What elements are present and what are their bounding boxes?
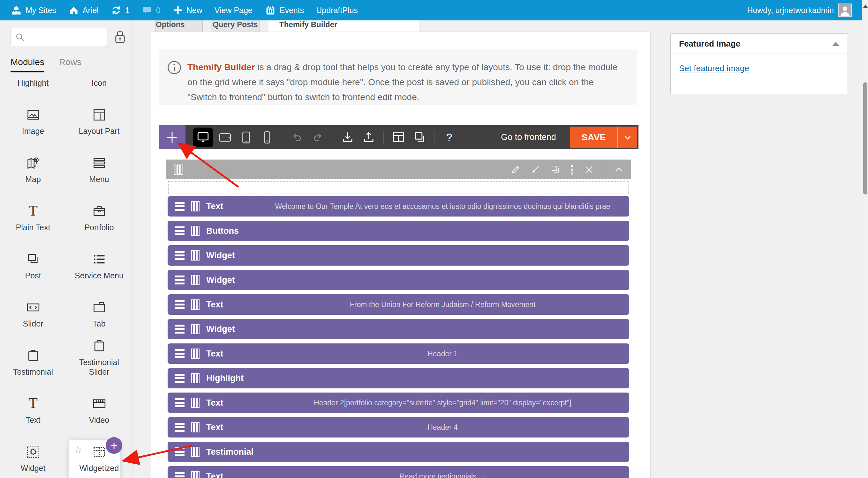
builder-row-widget[interactable]: Widget [167, 270, 629, 290]
add-row-button[interactable] [159, 125, 185, 149]
set-featured-image-link[interactable]: Set featured image [679, 64, 749, 73]
redo-button[interactable] [309, 128, 327, 147]
image-icon [26, 108, 40, 122]
admin-bar-comments[interactable]: 0 [136, 0, 167, 21]
builder-row-widget[interactable]: Widget [167, 319, 629, 339]
mobile-view-button[interactable] [258, 128, 276, 147]
module-plain-text[interactable]: T Plain Text [0, 185, 66, 233]
page-scrollbar[interactable] [862, 0, 868, 478]
row-style-icon[interactable] [530, 165, 540, 175]
module-map[interactable]: Map [0, 137, 66, 185]
builder-row-text[interactable]: Text Read more testimonials → [167, 466, 629, 478]
comment-count: 0 [156, 6, 161, 15]
save-dropdown-button[interactable] [617, 127, 637, 148]
admin-bar-updraftplus[interactable]: UpdraftPlus [310, 0, 364, 21]
admin-bar-events[interactable]: Events [258, 0, 310, 21]
module-layout-part[interactable]: Layout Part [66, 89, 132, 137]
undo-button[interactable] [288, 128, 306, 147]
row-type: Text [206, 398, 257, 408]
module-testimonial-slider[interactable]: Testimonial Slider [66, 330, 132, 378]
drag-handle-icon[interactable] [175, 472, 185, 478]
save-button[interactable]: SAVE [570, 127, 637, 148]
row-header[interactable] [166, 160, 631, 179]
import-button[interactable] [339, 128, 356, 147]
home-icon [68, 5, 79, 15]
row-more-options-icon[interactable] [570, 164, 574, 175]
desktop-view-button[interactable] [193, 128, 213, 147]
module-video[interactable]: Video [66, 378, 132, 426]
builder-row-highlight[interactable]: Highlight [167, 368, 629, 388]
save-label[interactable]: SAVE [570, 127, 617, 148]
columns-icon [191, 372, 200, 384]
layout-button[interactable] [390, 128, 407, 147]
collapse-triangle-icon[interactable] [832, 42, 839, 46]
builder-row-text[interactable]: Text Welcome to Our Temple At vero eos e… [167, 196, 629, 216]
plus-icon [173, 5, 183, 15]
module-label: Post [6, 271, 60, 281]
builder-row-text[interactable]: Text Header 2[portfolio category="subtit… [167, 392, 629, 413]
admin-bar-account[interactable]: Howdy, urjnetworkadmin [747, 3, 854, 17]
drag-handle-icon[interactable] [175, 398, 185, 407]
drag-handle-icon[interactable] [175, 325, 185, 334]
tablet-portrait-view-button[interactable] [237, 128, 255, 147]
row-type: Buttons [206, 226, 257, 236]
module-highlight[interactable]: Highlight [0, 40, 66, 89]
drag-handle-icon[interactable] [175, 423, 185, 432]
drag-handle-icon[interactable] [175, 374, 185, 383]
module-menu[interactable]: Menu [66, 137, 132, 185]
drag-handle-icon[interactable] [175, 349, 185, 358]
module-post[interactable]: Post [0, 233, 66, 281]
row-type: Text [206, 472, 257, 478]
drag-handle-icon[interactable] [175, 447, 185, 456]
module-service-menu[interactable]: Service Menu [66, 233, 132, 281]
drag-handle-icon[interactable] [175, 227, 185, 235]
module-testimonial[interactable]: Testimonial [0, 330, 66, 378]
drag-handle-icon[interactable] [175, 251, 185, 260]
admin-bar-new[interactable]: New [167, 0, 209, 21]
module-tab[interactable]: Tab [66, 281, 132, 330]
admin-bar-my-sites[interactable]: My Sites [4, 0, 62, 21]
drag-handle-icon[interactable] [175, 275, 185, 284]
tab-themify-builder[interactable]: Themify Builder [269, 19, 419, 32]
builder-info-box: Themify Builder is a drag & drop tool th… [159, 49, 637, 105]
module-slider[interactable]: Slider [0, 281, 66, 330]
tablet-landscape-view-button[interactable] [216, 128, 234, 147]
builder-row-buttons[interactable]: Buttons [167, 221, 629, 241]
featured-image-header[interactable]: Featured Image [671, 34, 847, 54]
module-portfolio[interactable]: Portfolio [66, 185, 132, 233]
admin-bar-updates[interactable]: 1 [105, 0, 136, 21]
builder-row-widget[interactable]: Widget [167, 245, 629, 266]
drop-module-zone[interactable] [168, 181, 628, 194]
builder-row-text[interactable]: Text From the Union For Reform Judaism /… [167, 294, 629, 315]
post-icon [26, 252, 40, 266]
info-icon [167, 60, 182, 75]
go-to-frontend-button[interactable]: Go to frontend [501, 132, 570, 142]
admin-bar-view-page[interactable]: View Page [209, 0, 258, 21]
row-duplicate-icon[interactable] [550, 165, 560, 175]
builder-row-text[interactable]: Text Header 4 [167, 417, 629, 438]
duplicate-layout-button[interactable] [410, 128, 428, 147]
builder-row-testimonial[interactable]: Testimonial [167, 442, 629, 462]
row-delete-icon[interactable] [584, 165, 594, 175]
admin-bar-site-ariel[interactable]: Ariel [62, 0, 105, 21]
module-widgetized[interactable]: Widgetized [66, 426, 132, 474]
builder-row-text[interactable]: Text Header 1 [167, 343, 629, 364]
row-edit-icon[interactable] [510, 165, 521, 175]
scrollbar-up-arrow-icon[interactable] [863, 4, 868, 8]
module-rows: Text Welcome to Our Temple At vero eos e… [166, 196, 631, 478]
module-icon[interactable]: Icon [66, 40, 132, 89]
row-columns-icon[interactable] [173, 163, 184, 176]
drag-handle-icon[interactable] [175, 202, 185, 211]
module-widget[interactable]: Widget [0, 426, 66, 474]
row-collapse-icon[interactable] [614, 165, 624, 175]
tab-page-options[interactable]: Page Options [155, 19, 203, 32]
drag-handle-icon[interactable] [175, 300, 185, 309]
admin-bar-label: Events [280, 6, 304, 15]
module-image[interactable]: Image [0, 89, 66, 137]
tab-query-posts[interactable]: Query Posts [211, 19, 260, 32]
scrollbar-thumb[interactable] [863, 82, 867, 195]
export-button[interactable] [360, 128, 378, 147]
help-button[interactable]: ? [440, 128, 458, 147]
tab-label: Query Posts [213, 20, 258, 29]
module-text[interactable]: T Text [0, 378, 66, 426]
